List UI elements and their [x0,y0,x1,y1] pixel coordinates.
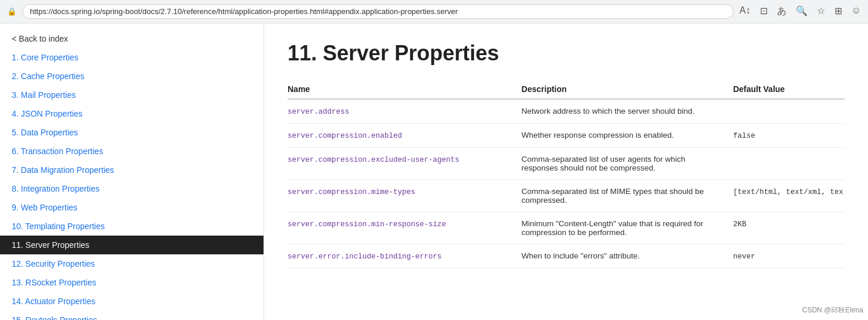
page-body: < Back to index 1. Core Properties2. Cac… [0,23,868,320]
prop-name-link[interactable]: server.compression.enabled [288,132,402,140]
page-title: 11. Server Properties [288,41,845,66]
url-bar[interactable] [22,4,734,19]
prop-name-link[interactable]: server.address [288,108,349,116]
prop-description: When to include "errors" attribute. [522,244,734,268]
sidebar-item-rsocket[interactable]: 13. RSocket Properties [0,273,264,292]
sidebar-item-core[interactable]: 1. Core Properties [0,48,264,67]
prop-name-link[interactable]: server.compression.mime-types [288,188,416,196]
sidebar-item-templating[interactable]: 10. Templating Properties [0,217,264,236]
csdn-badge: CSDN @邱秋Elena [802,305,863,315]
split-icon[interactable]: ⊞ [835,5,842,18]
sidebar-item-transaction[interactable]: 6. Transaction Properties [0,142,264,161]
prop-default-value [733,148,845,180]
prop-default-value: 2KB [733,212,845,244]
prop-default-value: never [733,244,845,268]
table-row: server.compression.mime-typesComma-separ… [288,180,845,212]
search-icon[interactable]: 🔍 [796,5,808,18]
properties-table: Name Description Default Value server.ad… [288,80,845,268]
table-row: server.addressNetwork address to which t… [288,99,845,124]
favorites-icon[interactable]: ☆ [817,5,825,18]
reader-icon[interactable]: ⊡ [760,5,768,18]
col-name-header: Name [288,80,522,99]
prop-name-link[interactable]: server.error.include-binding-errors [288,253,442,261]
prop-description: Network address to which the server shou… [522,99,734,124]
prop-description: Comma-separated list of MIME types that … [522,180,734,212]
sidebar-item-data-migration[interactable]: 7. Data Migration Properties [0,161,264,179]
table-row: server.compression.min-response-sizeMini… [288,212,845,244]
browser-toolbar-icons: A↕ ⊡ あ 🔍 ☆ ⊞ ☺ [739,5,861,18]
prop-name-link[interactable]: server.compression.min-response-size [288,220,446,229]
sidebar-item-cache[interactable]: 2. Cache Properties [0,67,264,86]
prop-description: Minimum "Content-Length" value that is r… [522,212,734,244]
prop-default-value [733,99,845,124]
sidebar-item-json[interactable]: 4. JSON Properties [0,104,264,123]
table-body: server.addressNetwork address to which t… [288,99,845,268]
main-content: 11. Server Properties Name Description D… [264,23,868,320]
table-row: server.compression.excluded-user-agentsC… [288,148,845,180]
sidebar-item-mail[interactable]: 3. Mail Properties [0,86,264,104]
prop-default-value: [text/html, text/xml, tex [733,180,845,212]
back-to-index-link[interactable]: < Back to index [0,29,264,48]
sidebar-item-devtools[interactable]: 15. Devtools Properties [0,311,264,320]
sidebar-nav: 1. Core Properties2. Cache Properties3. … [0,48,264,320]
sidebar-item-server[interactable]: 11. Server Properties [0,236,264,254]
lock-icon: 🔒 [7,7,16,16]
sidebar-item-actuator[interactable]: 14. Actuator Properties [0,292,264,311]
profile-icon[interactable]: ☺ [852,5,861,18]
col-default-header: Default Value [733,80,845,99]
table-row: server.error.include-binding-errorsWhen … [288,244,845,268]
browser-bar: 🔒 A↕ ⊡ あ 🔍 ☆ ⊞ ☺ [0,0,868,23]
sidebar-item-security[interactable]: 12. Security Properties [0,254,264,273]
sidebar: < Back to index 1. Core Properties2. Cac… [0,23,264,320]
table-row: server.compression.enabledWhether respon… [288,124,845,148]
prop-default-value: false [733,124,845,148]
text-size-icon[interactable]: A↕ [739,5,751,18]
sidebar-item-data[interactable]: 5. Data Properties [0,123,264,142]
sidebar-item-web[interactable]: 9. Web Properties [0,198,264,217]
prop-description: Whether response compression is enabled. [522,124,734,148]
sidebar-item-integration[interactable]: 8. Integration Properties [0,179,264,198]
translate-icon[interactable]: あ [777,5,786,18]
col-description-header: Description [522,80,734,99]
prop-description: Comma-separated list of user agents for … [522,148,734,180]
prop-name-link[interactable]: server.compression.excluded-user-agents [288,156,460,164]
